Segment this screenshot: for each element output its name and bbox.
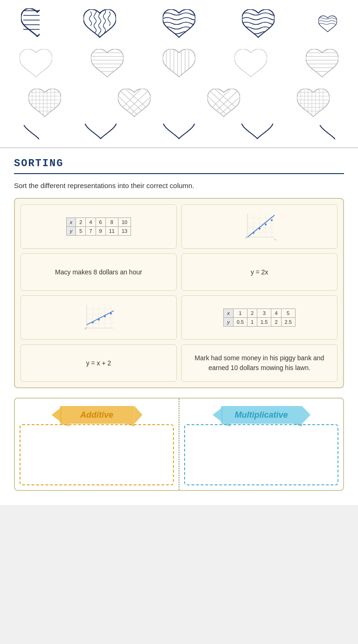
mark-text: Mark had some money in his piggy bank an… [186,353,332,373]
card-macy-text[interactable]: Macy makes 8 dollars an hour [21,253,177,291]
card-graph2[interactable]: 0 [21,295,177,340]
heart-9 [26,86,63,121]
heart-row-3 [0,84,358,124]
svg-point-90 [104,315,106,317]
graph2-svg: 0 [81,302,116,333]
equation1-text: y = 2x [251,267,268,277]
svg-point-74 [271,219,273,221]
card-mark-text[interactable]: Mark had some money in his piggy bank an… [181,344,337,382]
heart-10 [116,86,153,121]
heart-partial-mid2 [163,124,195,142]
multiplicative-inner-zone [184,424,338,485]
heart-row-4 [0,124,358,142]
table1: x 246810 y 5791113 [66,217,131,236]
additive-label: Additive [80,410,113,420]
card-table2[interactable]: x 12345 y 0.511.522.5 [181,295,337,340]
svg-text:x: x [275,238,276,241]
multiplicative-drop-zone[interactable]: Multiplicative [179,399,343,490]
heart-12 [295,86,332,121]
svg-point-72 [259,228,261,230]
additive-drop-zone[interactable]: Additive [15,399,179,490]
svg-point-88 [92,322,94,323]
heart-4 [17,47,55,82]
sorting-instruction: Sort the different representations into … [14,182,344,189]
table2: x 12345 y 0.511.522.5 [223,308,296,327]
heart-row-2 [0,44,358,84]
macy-text: Macy makes 8 dollars an hour [55,267,142,277]
card-equation2[interactable]: y = x + 2 [21,344,177,382]
equation2-text: y = x + 2 [86,358,111,368]
svg-point-91 [110,313,112,315]
svg-point-73 [265,224,267,225]
heart-half-right-1 [318,9,337,40]
graph1-svg: 0 x [242,211,277,242]
bottom-area [0,505,358,644]
heart-partial-right [319,125,335,141]
sorting-section: SORTING Sort the different representatio… [0,147,358,505]
svg-text:0: 0 [246,236,247,239]
heart-partial-mid3 [241,124,274,142]
heart-row-1 [0,5,358,44]
additive-inner-zone [20,424,174,485]
sorting-divider [14,173,344,174]
heart-1 [81,7,118,42]
heart-2 [160,7,198,42]
cards-grid: x 246810 y 5791113 [14,198,344,388]
svg-text:0: 0 [85,327,86,330]
multiplicative-label: Multiplicative [234,410,288,420]
drop-zones: Additive [14,398,344,491]
svg-point-71 [253,232,255,234]
card-equation1[interactable]: y = 2x [181,253,337,291]
heart-5 [89,47,126,82]
heart-partial-left [23,125,39,141]
svg-line-87 [87,311,114,325]
card-table1[interactable]: x 246810 y 5791113 [21,204,177,249]
card-graph1[interactable]: 0 x [181,204,337,249]
svg-point-89 [98,319,100,321]
heart-partial-mid1 [84,124,117,142]
heart-half-left-1 [21,8,40,41]
heart-7 [232,47,269,82]
heart-3 [240,7,277,42]
hearts-background [0,0,358,147]
heart-6 [160,47,198,82]
heart-11 [205,86,242,121]
heart-8 [303,47,341,82]
sorting-title: SORTING [14,158,344,169]
